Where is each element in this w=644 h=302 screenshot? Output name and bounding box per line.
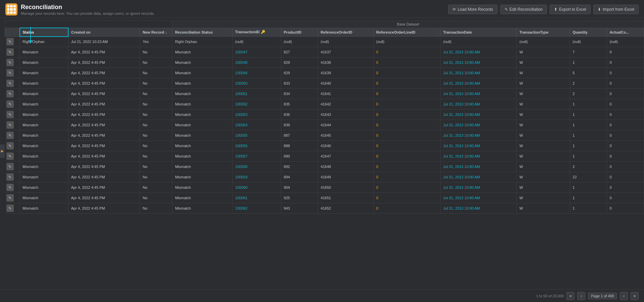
- edit-cell: ✎: [5, 89, 20, 99]
- cell-createdon: Apr 4, 2022 4:45 PM: [68, 172, 140, 182]
- col-header-transid[interactable]: TransactionID 🔑: [232, 28, 281, 37]
- edit-cell: ✎: [5, 172, 20, 182]
- cell-newrecord: No: [140, 172, 172, 182]
- cell-prodid: 828: [281, 57, 318, 68]
- row-edit-button[interactable]: ✎: [6, 153, 14, 160]
- last-page-button[interactable]: »: [631, 292, 639, 300]
- column-header-row: Status Created on New Record ↓ Reconcili…: [5, 28, 644, 37]
- cell-reforderid: 41645: [318, 130, 373, 141]
- cell-status: Mismatch: [20, 130, 68, 141]
- cell-createdon: Jul 21, 2022 10:23 AM: [68, 37, 140, 47]
- row-edit-button[interactable]: ✎: [6, 38, 14, 45]
- col-header-prodid[interactable]: ProductID: [281, 28, 318, 37]
- cell-quantity: 1: [570, 141, 607, 151]
- col-header-transtype[interactable]: TransactionType: [517, 28, 570, 37]
- cell-actualcost: 0: [607, 78, 644, 89]
- row-edit-button[interactable]: ✎: [6, 69, 14, 77]
- row-edit-button[interactable]: ✎: [6, 59, 14, 66]
- cell-prodid: 833: [281, 78, 318, 89]
- cell-createdon: Apr 4, 2022 4:45 PM: [68, 68, 140, 78]
- col-header-reforderlineid[interactable]: ReferenceOrderLineID: [373, 28, 440, 37]
- row-edit-button[interactable]: ✎: [6, 90, 14, 97]
- cell-reforderlineid: 0: [373, 151, 440, 162]
- table-container[interactable]: Base Dataset Status Created on New Recor…: [5, 20, 644, 214]
- import-excel-button[interactable]: ⬇ Import from Excel: [593, 5, 639, 14]
- cell-newrecord: No: [140, 68, 172, 78]
- cell-status: Mismatch: [20, 172, 68, 182]
- cell-status: Mismatch: [20, 151, 68, 162]
- cell-quantity: 2: [570, 162, 607, 172]
- first-page-button[interactable]: «: [566, 292, 574, 300]
- col-header-reconcstatus[interactable]: Reconciliation Status: [172, 28, 232, 37]
- cell-reforderid: (null): [318, 37, 373, 47]
- col-header-actualco[interactable]: ActualCo...: [607, 28, 644, 37]
- load-more-button[interactable]: ⟳ Load More Records: [448, 5, 497, 14]
- cell-transid: 100057: [232, 151, 281, 162]
- cell-transid: 100052: [232, 99, 281, 110]
- cell-prodid: (null): [281, 37, 318, 47]
- cell-transtype: W: [517, 120, 570, 130]
- cell-prodid: 892: [281, 162, 318, 172]
- edit-reconciliation-button[interactable]: ✎ Edit Reconciliation: [500, 5, 547, 14]
- col-header-transdate[interactable]: TransactionDate: [440, 28, 517, 37]
- cell-status: Mismatch: [20, 78, 68, 89]
- col-header-newrecord[interactable]: New Record ↓: [140, 28, 172, 37]
- row-edit-button[interactable]: ✎: [6, 173, 14, 181]
- page-subtitle: Manage your records here. You can provid…: [21, 11, 155, 15]
- cell-transtype: W: [517, 193, 570, 203]
- table-body: ✎Right OrphanJul 21, 2022 10:23 AMYesRig…: [5, 37, 644, 214]
- cell-newrecord: Yes: [140, 37, 172, 47]
- cell-reconcstatus: Mismatch: [172, 182, 232, 193]
- row-edit-button[interactable]: ✎: [6, 184, 14, 191]
- cell-transtype: W: [517, 47, 570, 57]
- table-row: ✎MismatchApr 4, 2022 4:45 PMNoMismatch10…: [5, 182, 644, 193]
- cell-newrecord: No: [140, 141, 172, 151]
- next-page-button[interactable]: ›: [620, 292, 628, 300]
- cell-transtype: W: [517, 162, 570, 172]
- export-excel-button[interactable]: ⬆ Export to Excel: [550, 5, 591, 14]
- row-edit-button[interactable]: ✎: [6, 163, 14, 170]
- cell-reforderlineid: 0: [373, 68, 440, 78]
- cell-transdate: Jul 31, 2013 10:00 AM: [440, 120, 517, 130]
- row-edit-button[interactable]: ✎: [6, 80, 14, 87]
- edit-cell: ✎: [5, 37, 20, 47]
- row-edit-button[interactable]: ✎: [6, 48, 14, 56]
- col-header-reforderid[interactable]: ReferenceOrderID: [318, 28, 373, 37]
- cell-reforderid: 41647: [318, 151, 373, 162]
- cell-reforderlineid: 0: [373, 130, 440, 141]
- cell-reconcstatus: Mismatch: [172, 203, 232, 214]
- sidebar-toggle[interactable]: ▶: [0, 144, 5, 158]
- cell-createdon: Apr 4, 2022 4:45 PM: [68, 57, 140, 68]
- prev-page-button[interactable]: ‹: [577, 292, 585, 300]
- row-edit-button[interactable]: ✎: [6, 142, 14, 149]
- cell-transdate: Jul 31, 2013 10:00 AM: [440, 78, 517, 89]
- row-edit-button[interactable]: ✎: [6, 132, 14, 139]
- table-row: ✎MismatchApr 4, 2022 4:45 PMNoMismatch10…: [5, 203, 644, 214]
- row-edit-button[interactable]: ✎: [6, 121, 14, 129]
- row-edit-button[interactable]: ✎: [6, 194, 14, 202]
- table-row: ✎MismatchApr 4, 2022 4:45 PMNoMismatch10…: [5, 172, 644, 182]
- cell-transdate: Jul 31, 2013 10:00 AM: [440, 57, 517, 68]
- row-edit-button[interactable]: ✎: [6, 205, 14, 212]
- cell-newrecord: No: [140, 130, 172, 141]
- cell-transid: 100050: [232, 78, 281, 89]
- cell-transtype: W: [517, 110, 570, 120]
- cell-transid: 100051: [232, 89, 281, 99]
- header-title-block: Reconciliation Manage your records here.…: [21, 4, 155, 15]
- edit-cell: ✎: [5, 130, 20, 141]
- col-header-status[interactable]: Status: [20, 28, 68, 37]
- cell-newrecord: No: [140, 182, 172, 193]
- col-header-createdon[interactable]: Created on: [68, 28, 140, 37]
- row-edit-button[interactable]: ✎: [6, 100, 14, 108]
- row-edit-button[interactable]: ✎: [6, 111, 14, 118]
- cell-quantity: 1: [570, 182, 607, 193]
- import-icon: ⬇: [598, 7, 601, 12]
- cell-transdate: (null): [440, 37, 517, 47]
- cell-prodid: 888: [281, 141, 318, 151]
- cell-transid: 100059: [232, 172, 281, 182]
- cell-reconcstatus: Mismatch: [172, 57, 232, 68]
- cell-transid: 100060: [232, 182, 281, 193]
- col-header-qty[interactable]: Quantity: [570, 28, 607, 37]
- cell-createdon: Apr 4, 2022 4:45 PM: [68, 130, 140, 141]
- edit-cell: ✎: [5, 162, 20, 172]
